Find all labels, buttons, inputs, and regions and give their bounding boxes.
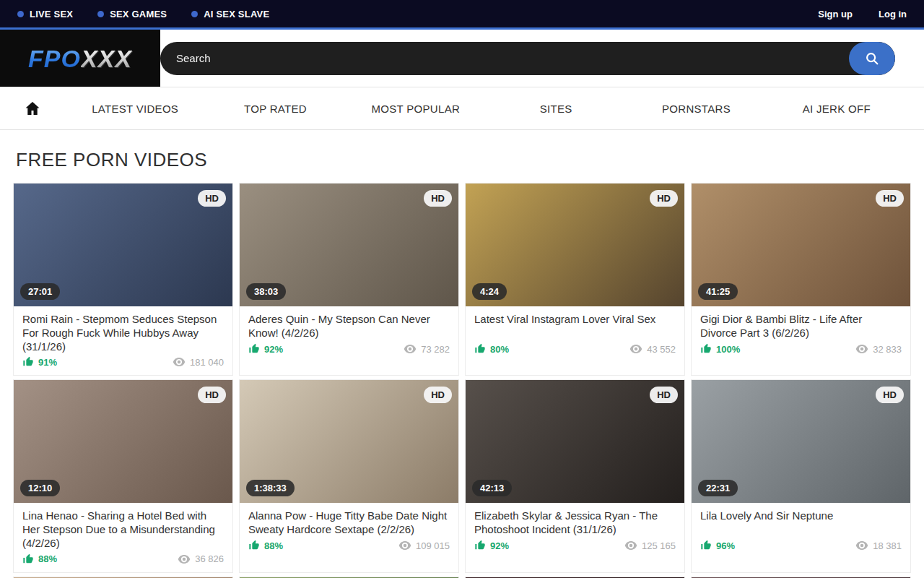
eye-icon [855, 540, 868, 551]
video-card[interactable]: HD 12:10 Lina Henao - Sharing a Hotel Be… [13, 379, 233, 572]
video-title[interactable]: Alanna Pow - Huge Titty Babe Date Night … [248, 509, 450, 537]
video-card[interactable]: HD 1:38:33 Alanna Pow - Huge Titty Babe … [239, 379, 459, 572]
video-info: Elizabeth Skylar & Jessica Ryan - The Ph… [466, 503, 684, 558]
views-count: 18 381 [873, 540, 902, 551]
views-count: 125 165 [642, 540, 676, 551]
nav-home[interactable] [0, 100, 65, 117]
rating-value: 88% [38, 553, 57, 564]
rating: 80% [474, 343, 509, 355]
nav-item-latest-videos[interactable]: LATEST VIDEOS [65, 103, 205, 115]
video-thumbnail[interactable]: HD 12:10 [14, 380, 232, 503]
video-stats: 92% 125 165 [474, 540, 676, 551]
thumbs-up-icon [700, 540, 712, 551]
signup-link[interactable]: Sign up [818, 9, 853, 20]
thumbs-up-icon [248, 343, 260, 355]
video-card[interactable]: HD 22:31 Lila Lovely And Sir Neptune 96% [691, 379, 911, 572]
topbar-link-label: LIVE SEX [30, 9, 73, 20]
video-grid: HD 27:01 Romi Rain - Stepmom Seduces Ste… [13, 183, 911, 578]
nav-item-pornstars[interactable]: PORNSTARS [626, 103, 766, 115]
video-card[interactable]: HD 38:03 Aderes Quin - My Stepson Can Ne… [239, 183, 459, 376]
rating-value: 91% [38, 357, 57, 368]
eye-icon [855, 344, 868, 354]
video-thumbnail[interactable]: HD 42:13 [466, 380, 684, 503]
video-title[interactable]: Lila Lovely And Sir Neptune [700, 509, 902, 537]
video-stats: 96% 18 381 [700, 540, 902, 551]
views-count: 181 040 [190, 357, 224, 368]
login-link[interactable]: Log in [879, 9, 907, 20]
site-logo-text: FPOXXX [28, 46, 132, 71]
video-title[interactable]: Gigi Dior & Bambi Blitz - Life After Div… [700, 313, 902, 340]
views: 32 833 [855, 344, 902, 355]
video-info: Aderes Quin - My Stepson Can Never Know!… [240, 306, 458, 362]
video-card[interactable]: HD 42:13 Elizabeth Skylar & Jessica Ryan… [465, 379, 685, 572]
video-stats: 88% 109 015 [248, 540, 450, 551]
topbar-link-live-sex[interactable]: LIVE SEX [17, 9, 73, 20]
video-title[interactable]: Lina Henao - Sharing a Hotel Bed with He… [22, 509, 224, 550]
blue-dot-icon [191, 11, 198, 17]
video-stats: 88% 36 826 [22, 553, 224, 565]
topbar-link-label: AI SEX SLAVE [204, 9, 269, 20]
rating-value: 80% [490, 344, 509, 355]
search-button[interactable] [849, 42, 895, 75]
video-title[interactable]: Elizabeth Skylar & Jessica Ryan - The Ph… [474, 509, 676, 537]
thumbs-up-icon [248, 540, 260, 551]
duration-badge: 27:01 [20, 283, 60, 300]
video-thumbnail[interactable]: HD 1:38:33 [240, 380, 458, 503]
eye-icon [404, 344, 417, 354]
rating: 100% [700, 343, 740, 355]
video-card[interactable]: HD 27:01 Romi Rain - Stepmom Seduces Ste… [13, 183, 233, 376]
topbar-link-sex-games[interactable]: SEX GAMES [97, 9, 167, 20]
video-info: Romi Rain - Stepmom Seduces Stepson For … [14, 306, 232, 375]
views: 125 165 [624, 540, 676, 551]
views: 109 015 [398, 540, 450, 551]
video-card[interactable]: HD 41:25 Gigi Dior & Bambi Blitz - Life … [691, 183, 911, 376]
home-icon [24, 100, 41, 117]
topbar-link-label: SEX GAMES [110, 9, 167, 20]
video-info: Alanna Pow - Huge Titty Babe Date Night … [240, 503, 458, 558]
video-title[interactable]: Aderes Quin - My Stepson Can Never Know!… [248, 313, 450, 340]
hd-badge: HD [424, 190, 452, 207]
duration-badge: 38:03 [246, 283, 286, 300]
eye-icon [629, 344, 642, 354]
main-content: FREE PORN VIDEOS HD 27:01 Romi Rain - St… [0, 149, 924, 578]
video-title[interactable]: Romi Rain - Stepmom Seduces Stepson For … [22, 313, 224, 353]
video-thumbnail[interactable]: HD 22:31 [692, 380, 910, 503]
rating: 96% [700, 540, 735, 551]
hd-badge: HD [876, 387, 904, 403]
video-thumbnail[interactable]: HD 38:03 [240, 184, 458, 306]
rating: 88% [22, 553, 57, 565]
nav-item-most-popular[interactable]: MOST POPULAR [346, 103, 486, 115]
video-thumbnail[interactable]: HD 41:25 [692, 184, 910, 306]
topbar: LIVE SEX SEX GAMES AI SEX SLAVE Sign up … [0, 0, 924, 30]
rating: 91% [22, 356, 57, 368]
site-logo[interactable]: FPOXXX [0, 30, 160, 87]
site-header: FPOXXX [0, 30, 924, 87]
rating-value: 92% [264, 344, 283, 355]
duration-badge: 4:24 [472, 283, 507, 300]
duration-badge: 41:25 [698, 283, 738, 300]
views: 73 282 [404, 344, 450, 355]
search-input[interactable] [160, 42, 849, 75]
video-stats: 80% 43 552 [474, 343, 676, 355]
rating-value: 100% [716, 344, 740, 355]
video-title[interactable]: Latest Viral Instagram Lover Viral Sex [474, 313, 676, 340]
blue-dot-icon [97, 11, 104, 17]
views: 18 381 [855, 540, 902, 551]
logo-part-2: XXX [81, 45, 132, 72]
nav-item-sites[interactable]: SITES [486, 103, 626, 115]
video-card[interactable]: HD 4:24 Latest Viral Instagram Lover Vir… [465, 183, 685, 376]
video-info: Latest Viral Instagram Lover Viral Sex 8… [466, 306, 684, 362]
video-thumbnail[interactable]: HD 27:01 [14, 184, 232, 306]
video-stats: 91% 181 040 [22, 356, 224, 368]
topbar-auth: Sign up Log in [818, 9, 907, 20]
topbar-link-ai-sex-slave[interactable]: AI SEX SLAVE [191, 9, 269, 20]
video-thumbnail[interactable]: HD 4:24 [466, 184, 684, 306]
eye-icon [624, 540, 637, 551]
thumbs-up-icon [22, 356, 34, 368]
nav-item-ai-jerk-off[interactable]: AI JERK OFF [767, 103, 907, 115]
rating-value: 92% [490, 540, 509, 551]
eye-icon [178, 554, 191, 564]
views-count: 36 826 [195, 553, 224, 564]
rating: 88% [248, 540, 283, 551]
nav-item-top-rated[interactable]: TOP RATED [205, 103, 345, 115]
